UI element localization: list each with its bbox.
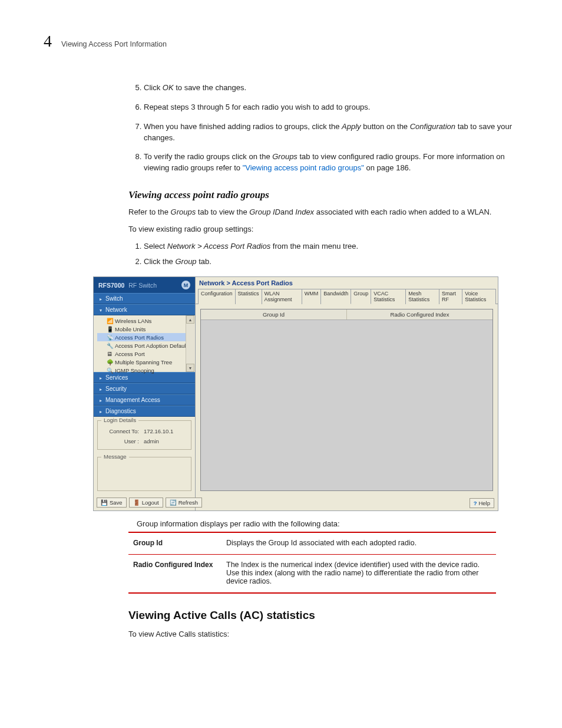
text: to save the changes. (174, 83, 247, 92)
tab-smart-rf[interactable]: Smart RF (439, 289, 462, 304)
text: Repeat steps 3 through 5 for each radio … (144, 103, 370, 111)
tree-label: Wireless LANs (115, 318, 151, 324)
tab-group[interactable]: Group (351, 289, 371, 304)
column-header[interactable]: Radio Configured Index (347, 309, 492, 319)
mobile-icon: 📱 (107, 326, 113, 332)
tree-item[interactable]: 📱Mobile Units (97, 325, 193, 333)
section-number: 4 (44, 33, 52, 50)
adoption-icon: 🔧 (107, 342, 113, 348)
paragraph: To view existing radio group settings: (128, 224, 518, 235)
tab-wmm[interactable]: WMM (302, 289, 322, 304)
tree-label: Multiple Spanning Tree (115, 359, 172, 365)
text: button on the (361, 122, 410, 131)
scroll-down-icon[interactable]: ▼ (186, 364, 194, 372)
text: and (280, 207, 295, 216)
sidebar-item-management[interactable]: Management Access (94, 394, 195, 406)
text: Refer to the (128, 207, 171, 216)
value: admin (144, 438, 159, 444)
def-term: Group Id (128, 532, 222, 555)
step-item: To verify the radio groups click on the … (144, 151, 518, 174)
step-item: Click the Group tab. (144, 256, 518, 267)
sidebar-item-diagnostics[interactable]: Diagnostics (94, 406, 195, 417)
button-label: Help (478, 500, 490, 506)
tab-mesh-statistics[interactable]: Mesh Statistics (405, 289, 439, 304)
tab-bandwidth[interactable]: Bandwidth (320, 289, 351, 304)
step-item: Repeat steps 3 through 5 for each radio … (144, 102, 518, 113)
tree-label: Access Port Adoption Defaults (115, 342, 190, 349)
message-box: Message (97, 457, 191, 491)
text: on page 186. (364, 163, 411, 172)
port-icon: 🖥 (107, 351, 113, 357)
text: To verify the radio groups click on the (144, 152, 272, 161)
tree-label: Mobile Units (115, 326, 146, 332)
tab-wlan-assignment[interactable]: WLAN Assignment (262, 289, 302, 304)
brand-name: RFS7000 (98, 282, 124, 289)
help-button[interactable]: ? Help (470, 498, 494, 508)
antenna-icon: 📡 (107, 334, 113, 340)
tree-item-selected[interactable]: 📡Access Port Radios (97, 333, 193, 341)
column-header[interactable]: Group Id (201, 309, 347, 319)
tree-item[interactable]: 🖥Access Port (97, 350, 193, 358)
emphasis: Group ID (249, 207, 280, 216)
scroll-up-icon[interactable]: ▲ (186, 315, 194, 324)
tree-item[interactable]: 🌳Multiple Spanning Tree (97, 358, 193, 366)
save-button[interactable]: 💾Save (97, 498, 127, 508)
data-grid: Group Id Radio Configured Index (200, 309, 493, 491)
emphasis: OK (163, 83, 174, 92)
def-desc: The Index is the numerical index (device… (222, 555, 496, 594)
tree-label: Access Port Radios (115, 334, 164, 341)
sidebar-item-switch[interactable]: Switch (94, 293, 195, 304)
text: associated with each radio when added to… (314, 207, 491, 216)
logout-button[interactable]: 🚪Logout (129, 498, 163, 508)
table-row: Radio Configured Index The Index is the … (128, 555, 496, 594)
def-desc: Displays the Group Id associated with ea… (222, 532, 496, 555)
tab-voice-statistics[interactable]: Voice Statistics (462, 289, 496, 304)
refresh-icon: 🔄 (170, 499, 177, 506)
help-icon: ? (474, 500, 477, 506)
tree-item[interactable]: 🔍IGMP Snooping (97, 366, 193, 374)
tree-item[interactable]: 🔧Access Port Adoption Defaults (97, 341, 193, 350)
embedded-screenshot: RFS7000 RF Switch M Switch Network ▲ ▼ 📶… (93, 276, 498, 511)
sidebar-item-network[interactable]: Network (94, 304, 195, 315)
emphasis: Apply (342, 122, 361, 131)
emphasis: Network > Access Port Radios (167, 242, 270, 251)
box-label: Message (101, 453, 129, 460)
subheading: Viewing access point radio groups (128, 189, 518, 201)
text: tab. (197, 257, 211, 266)
step-item: When you have finished adding radios to … (144, 121, 518, 144)
emphasis: Index (295, 207, 314, 216)
breadcrumb: Network > Access Port Radios (196, 277, 498, 286)
box-label: Login Details (101, 417, 138, 423)
value: 172.16.10.1 (144, 428, 173, 434)
step-item: Click OK to save the changes. (144, 83, 518, 94)
def-term: Radio Configured Index (128, 555, 222, 594)
text: from the main menu tree. (270, 242, 358, 251)
logout-icon: 🚪 (133, 499, 140, 506)
label: User : (103, 438, 139, 444)
step-list-a: Click OK to save the changes. Repeat ste… (128, 83, 518, 174)
tree-item[interactable]: 📶Wireless LANs (97, 317, 193, 325)
table-caption: Group information displays per radio wit… (137, 519, 518, 528)
tab-bar: ConfigurationStatisticsWLAN AssignmentWM… (196, 286, 498, 304)
text: Select (144, 242, 167, 251)
tab-vcac-statistics[interactable]: VCAC Statistics (371, 289, 406, 304)
tree-label: Access Port (115, 351, 145, 357)
sidebar-item-security[interactable]: Security (94, 383, 195, 394)
scrollbar[interactable]: ▲ ▼ (186, 315, 194, 372)
button-label: Refresh (178, 499, 198, 506)
label: Connect To: (103, 428, 139, 434)
emphasis: Configuration (410, 122, 455, 131)
wlan-icon: 📶 (107, 318, 113, 324)
text: When you have finished adding radios to … (144, 122, 342, 131)
login-details-box: Login Details Connect To:172.16.10.1 Use… (97, 420, 191, 450)
button-label: Logout (142, 499, 159, 506)
igmp-icon: 🔍 (107, 367, 113, 373)
tree-label: IGMP Snooping (115, 367, 154, 374)
step-item: Select Network > Access Port Radios from… (144, 241, 518, 252)
emphasis: Group (175, 257, 196, 266)
definition-table: Group Id Displays the Group Id associate… (128, 532, 496, 594)
tab-statistics[interactable]: Statistics (235, 289, 262, 304)
emphasis: Groups (272, 152, 297, 161)
tab-configuration[interactable]: Configuration (198, 289, 236, 304)
cross-reference-link[interactable]: "Viewing access point radio groups" (243, 163, 364, 172)
